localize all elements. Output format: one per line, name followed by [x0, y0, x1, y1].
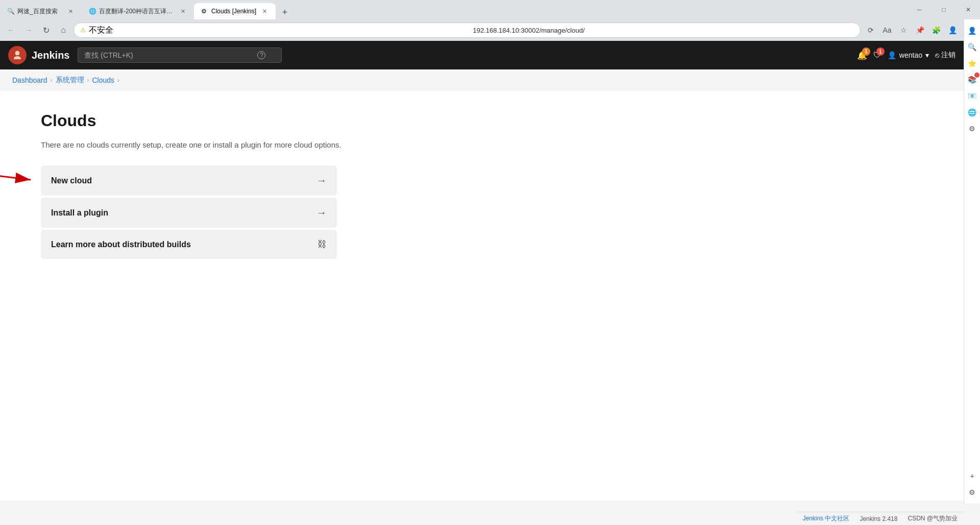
title-bar: 🔍 网速_百度搜索 ✕ 🌐 百度翻译-200种语言互译、沟通... ✕ ⚙ Cl…: [0, 0, 980, 19]
breadcrumb-dashboard[interactable]: Dashboard: [12, 76, 47, 84]
sidebar-add-btn[interactable]: +: [965, 469, 979, 483]
tab-bar: 🔍 网速_百度搜索 ✕ 🌐 百度翻译-200种语言互译、沟通... ✕ ⚙ Cl…: [0, 0, 908, 19]
jenkins-logo-text: Jenkins: [32, 50, 69, 61]
annotation-arrow: [0, 160, 46, 191]
learn-more-option[interactable]: Learn more about distributed builds ⛓: [41, 230, 337, 259]
page-title: Clouds: [41, 111, 674, 130]
tab-3-title: Clouds [Jenkins]: [211, 8, 257, 15]
tab-1-favicon: 🔍: [7, 8, 14, 15]
tab-1-title: 网速_百度搜索: [17, 7, 63, 16]
back-button[interactable]: ←: [4, 23, 18, 37]
forward-button[interactable]: →: [21, 23, 36, 37]
footer-csdn: CSDN @气势加业: [908, 514, 958, 523]
breadcrumb-sep-1: ›: [51, 77, 53, 84]
page-description: There are no clouds currently setup, cre…: [41, 140, 674, 149]
tab-3-close[interactable]: ✕: [260, 7, 268, 15]
sidebar-collections-btn[interactable]: 📚: [965, 73, 979, 87]
breadcrumb-system-manage[interactable]: 系统管理: [56, 76, 84, 85]
footer-community-link[interactable]: Jenkins 中文社区: [802, 514, 849, 523]
new-tab-button[interactable]: +: [278, 5, 292, 19]
footer: Jenkins 中文社区 Jenkins 2.418 CSDN @气势加业: [796, 512, 964, 525]
sidebar-favorites-btn[interactable]: ⭐: [965, 56, 979, 70]
security-label: 不安全: [89, 22, 470, 38]
window-controls: ─ □ ✕: [908, 0, 980, 19]
minimize-button[interactable]: ─: [908, 2, 931, 18]
read-aloud-button[interactable]: Aa: [880, 23, 894, 37]
breadcrumb-sep-3: ›: [117, 77, 119, 84]
user-menu[interactable]: 👤 wentao ▾: [888, 51, 929, 59]
extensions-button[interactable]: 🧩: [929, 23, 943, 37]
tab-1[interactable]: 🔍 网速_百度搜索 ✕: [0, 3, 82, 19]
tab-2-close[interactable]: ✕: [179, 7, 187, 15]
edge-sidebar: 👤 🔍 ⭐ 📚 📧 🌐 ⚙ + ⚙: [964, 19, 980, 504]
cloud-options-list: New cloud → Install a plugin → Learn mor…: [41, 165, 337, 259]
logout-label: 注销: [941, 51, 955, 60]
learn-more-link-icon: ⛓: [317, 239, 327, 250]
tab-2-title: 百度翻译-200种语言互译、沟通...: [99, 7, 176, 16]
search-input[interactable]: [78, 47, 282, 63]
security-icon: ⚠: [80, 27, 86, 34]
refresh-button[interactable]: ↻: [39, 23, 53, 37]
browser-actions: ⟳ Aa ☆ 📌 🧩 👤 ⋯: [864, 23, 976, 37]
profile-button[interactable]: 👤: [945, 23, 960, 37]
install-plugin-label: Install a plugin: [51, 208, 108, 218]
sidebar-outlook-btn[interactable]: 📧: [965, 89, 979, 103]
security-badge: 1: [876, 47, 885, 56]
tab-3-favicon: ⚙: [201, 8, 208, 15]
sidebar-profile-btn[interactable]: 👤: [965, 23, 979, 38]
sidebar-search-btn[interactable]: 🔍: [965, 40, 979, 54]
user-icon: 👤: [888, 51, 896, 59]
breadcrumb-sep-2: ›: [87, 77, 89, 84]
tab-3[interactable]: ⚙ Clouds [Jenkins] ✕: [194, 3, 276, 19]
jenkins-header: Jenkins ? 🔔 1 🛡 1 👤 wentao ▾: [0, 41, 964, 69]
header-actions: 🔔 1 🛡 1 👤 wentao ▾ ⎋ 注销: [857, 51, 955, 60]
jenkins-search[interactable]: ?: [78, 47, 282, 63]
footer-version: Jenkins 2.418: [860, 515, 897, 522]
favorites-button[interactable]: ☆: [896, 23, 911, 37]
jenkins-logo-image: [8, 46, 27, 64]
user-dropdown-icon: ▾: [925, 51, 929, 59]
address-bar[interactable]: ⚠ 不安全 192.168.184.10:30002/manage/cloud/: [74, 22, 861, 38]
username-label: wentao: [899, 51, 922, 59]
logout-icon: ⎋: [935, 51, 939, 59]
maximize-button[interactable]: □: [932, 2, 955, 18]
tab-2-favicon: 🌐: [89, 8, 96, 15]
close-button[interactable]: ✕: [957, 2, 980, 18]
notifications-button[interactable]: 🔔 1: [857, 51, 867, 60]
breadcrumb: Dashboard › 系统管理 › Clouds ›: [0, 69, 964, 91]
install-plugin-arrow-icon: →: [316, 207, 327, 219]
breadcrumb-clouds[interactable]: Clouds: [92, 76, 115, 84]
address-bar-row: ← → ↻ ⌂ ⚠ 不安全 192.168.184.10:30002/manag…: [0, 19, 980, 41]
translate-button[interactable]: ⟳: [864, 23, 878, 37]
sidebar-badge: [974, 73, 979, 78]
main-content: Clouds There are no clouds currently set…: [0, 91, 715, 279]
svg-line-3: [0, 171, 31, 180]
new-cloud-arrow-icon: →: [316, 175, 327, 186]
logout-button[interactable]: ⎋ 注销: [935, 51, 955, 60]
collections-button[interactable]: 📌: [913, 23, 927, 37]
sidebar-settings-btn[interactable]: ⚙: [965, 122, 979, 136]
url-text: 192.168.184.10:30002/manage/cloud/: [473, 27, 854, 34]
security-button[interactable]: 🛡 1: [873, 51, 881, 60]
tab-2[interactable]: 🌐 百度翻译-200种语言互译、沟通... ✕: [82, 3, 194, 19]
sidebar-tools-btn[interactable]: 🌐: [965, 105, 979, 120]
sidebar-customize-btn[interactable]: ⚙: [965, 485, 979, 499]
new-cloud-option[interactable]: New cloud →: [41, 165, 337, 196]
learn-more-label: Learn more about distributed builds: [51, 240, 191, 249]
tab-1-close[interactable]: ✕: [66, 7, 75, 15]
notifications-badge: 1: [862, 47, 870, 56]
home-button[interactable]: ⌂: [56, 23, 70, 37]
install-plugin-option[interactable]: Install a plugin →: [41, 198, 337, 228]
new-cloud-label: New cloud: [51, 176, 92, 185]
jenkins-logo[interactable]: Jenkins: [8, 46, 69, 64]
search-help-icon[interactable]: ?: [257, 51, 265, 59]
